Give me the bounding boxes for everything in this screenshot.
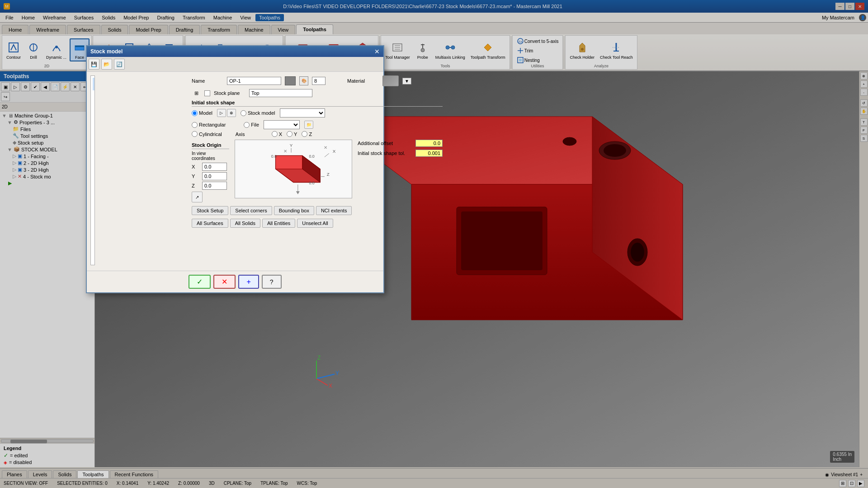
model-buttons: ▷ ⊕ [217, 109, 236, 117]
bottom-section: Stock Origin In view coordinates X Y Z ↗ [192, 140, 443, 202]
radio-axis-z-input[interactable] [302, 131, 307, 137]
model-btn1[interactable]: ▷ [217, 109, 226, 117]
radio-model-input[interactable] [192, 110, 198, 116]
dialog-body: ✓ Stock Definition Source Operations Sto… [87, 72, 383, 269]
x-input[interactable] [202, 163, 227, 171]
radio-model[interactable]: Model [192, 110, 212, 116]
additional-offset-input[interactable] [415, 140, 443, 147]
radio-file[interactable]: File [244, 122, 259, 128]
origin-set-btn[interactable]: ↗ [192, 192, 203, 202]
x-label: X [192, 164, 201, 169]
svg-text:Z: Z [327, 172, 330, 177]
color-swatch[interactable] [285, 76, 296, 85]
add-button[interactable]: + [238, 275, 259, 289]
file-browse-btn[interactable]: 📁 [304, 121, 313, 129]
model-btn2[interactable]: ⊕ [227, 109, 236, 117]
dialog-save-btn[interactable]: 💾 [89, 59, 99, 70]
radio-stock-model-input[interactable] [241, 110, 246, 116]
dialog-toolbar: 💾 📂 🔄 [87, 57, 383, 72]
add-plus-icon: + [246, 278, 250, 286]
radio-axis-x-input[interactable] [272, 131, 278, 137]
z-label: Z [192, 183, 201, 188]
nci-extents-btn[interactable]: NCI extents [316, 206, 352, 215]
stock-origin-section: Stock Origin In view coordinates X Y Z ↗ [192, 140, 229, 202]
svg-text:0.0: 0.0 [309, 154, 314, 159]
color-value-input[interactable] [312, 77, 326, 85]
dtree-source-ops[interactable]: Source Operations [93, 90, 95, 103]
radio-axis-x[interactable]: X [272, 131, 282, 137]
y-label: Y [192, 174, 201, 179]
additional-offset-row: Additional offset [358, 140, 443, 147]
all-surfaces-btn[interactable]: All Surfaces [192, 219, 228, 228]
radio-rectangular[interactable]: Rectangular [192, 122, 226, 128]
dialog-refresh-btn[interactable]: 🔄 [114, 59, 125, 70]
in-view-coords-label: In view coordinates [192, 151, 229, 161]
help-button[interactable]: ? [262, 275, 282, 289]
stock-action-buttons: Stock Setup Select corners Bounding box … [192, 206, 443, 215]
stock-plane-row: ⊞ Stock plane [192, 89, 443, 97]
radio-stock-model[interactable]: Stock model [241, 110, 275, 116]
preview-section: Y X ✕ ✕ [235, 140, 352, 202]
cancel-x-icon: ✕ [222, 277, 227, 286]
svg-text:0.0: 0.0 [271, 154, 277, 159]
svg-text:✕: ✕ [283, 149, 287, 154]
stock-setup-btn[interactable]: Stock Setup [192, 206, 228, 215]
stock-origin-title: Stock Origin [192, 142, 229, 149]
radio-axis-z[interactable]: Z [302, 131, 312, 137]
dtree-stock-compare[interactable]: Stock Compare [93, 103, 95, 116]
dialog-action-buttons: ✓ ✕ + ? [87, 271, 383, 292]
dtree-stock-def[interactable]: ✓ Stock Definition [93, 78, 95, 90]
origin-grid: X Y Z [192, 163, 229, 190]
stock-plane-label: Stock plane [214, 90, 245, 96]
color-picker-btn[interactable]: 🎨 [299, 76, 308, 85]
initial-stock-shape-title: Initial stock shape [192, 100, 443, 107]
stock-model-select[interactable] [280, 108, 325, 117]
shape-radio-group: Model ▷ ⊕ Stock model [192, 108, 443, 117]
svg-marker-63 [276, 155, 302, 169]
z-input[interactable] [202, 182, 227, 190]
bounding-box-btn[interactable]: Bounding box [274, 206, 314, 215]
dialog-open-btn[interactable]: 📂 [101, 59, 112, 70]
radio-axis-y-input[interactable] [287, 131, 292, 137]
help-question-icon: ? [270, 278, 274, 286]
name-row: Name 🎨 Material ▼ [192, 75, 443, 86]
radio-cylindrical[interactable]: Cylindrical [192, 131, 222, 137]
stock-model-dialog: Stock model ✕ 💾 📂 🔄 ✓ Stock Definition S… [86, 45, 384, 293]
stock-tol-input[interactable] [415, 150, 443, 157]
svg-text:X: X [333, 149, 336, 154]
dialog-right-panel: Name 🎨 Material ▼ ⊞ Stock plane Initial … [192, 75, 443, 265]
cancel-button[interactable]: ✕ [213, 275, 236, 289]
stock-plane-checkbox[interactable] [204, 90, 210, 96]
y-input[interactable] [202, 172, 227, 180]
axis-label: Axis [236, 131, 267, 137]
ok-button[interactable]: ✓ [189, 275, 211, 289]
stock-tol-label: Initial stock shape tol. [358, 150, 412, 156]
shape-radio-group3: Cylindrical Axis X Y Z [192, 131, 443, 137]
stock-tol-row: Initial stock shape tol. [358, 150, 443, 157]
ok-checkmark-icon: ✓ [197, 277, 203, 286]
svg-text:0.0: 0.0 [309, 181, 314, 185]
material-picker-btn[interactable] [382, 75, 399, 86]
stock-plane-input[interactable] [249, 89, 312, 97]
radio-axis-y[interactable]: Y [287, 131, 297, 137]
shape-radio-group2: Rectangular File 📁 [192, 120, 443, 129]
all-solids-btn[interactable]: All Solids [230, 219, 260, 228]
unselect-all-btn[interactable]: Unselect All [297, 219, 333, 228]
stock-preview: Y X ✕ ✕ [235, 140, 352, 198]
dialog-title-text: Stock model [90, 48, 123, 55]
svg-line-58 [325, 154, 329, 157]
radio-rect-input[interactable] [192, 122, 198, 128]
offset-section: Additional offset Initial stock shape to… [358, 140, 443, 202]
dialog-close-button[interactable]: ✕ [374, 48, 380, 55]
radio-file-input[interactable] [244, 122, 250, 128]
dialog-title-bar[interactable]: Stock model ✕ [87, 46, 383, 57]
name-input[interactable] [227, 77, 281, 85]
select-corners-btn[interactable]: Select corners [230, 206, 272, 215]
radio-cyl-input[interactable] [192, 131, 198, 137]
all-entities-btn[interactable]: All Entities [262, 219, 295, 228]
svg-text:Y: Y [290, 143, 293, 148]
file-select[interactable] [264, 120, 300, 129]
check-icon-1: ✓ [94, 81, 95, 87]
material-dropdown-btn[interactable]: ▼ [402, 78, 411, 84]
stock-action-buttons2: All Surfaces All Solids All Entities Uns… [192, 219, 443, 228]
